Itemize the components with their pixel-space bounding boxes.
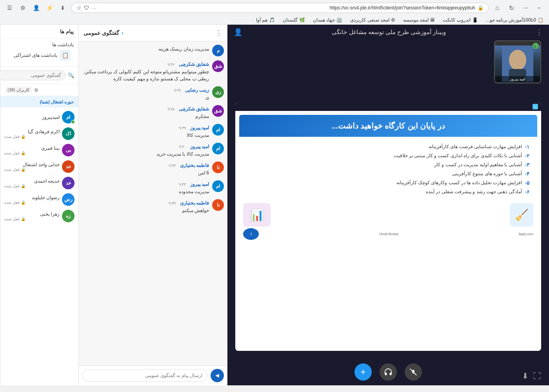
slide-text-4: افزایش مهارت تحلیل داده ها در کسب وکارها… [396, 180, 522, 185]
chat-header-menu-icon[interactable]: ⋮ [215, 29, 222, 37]
fullscreen-button[interactable]: ⛶ [533, 371, 541, 381]
shared-notes-button[interactable]: 📋 یادداشت های اشتراکی [5, 47, 74, 63]
gear-icon[interactable]: ⚙ [34, 87, 38, 93]
slide-header-text: در پایان این کارگاه خواهید داشت... [247, 121, 529, 131]
extensions-button[interactable]: ⚡ [44, 2, 55, 13]
more-options-button[interactable]: ⋮ [536, 28, 543, 36]
slide-num-3: ۴- [525, 171, 529, 177]
account-button[interactable]: 👤 [31, 2, 42, 13]
chat-header: ⋮ › گفتگوی عمومی [79, 25, 227, 42]
participant-item-3: خد خدانی واحد اشتغال 🔒 قفل شده [0, 158, 78, 175]
msg-text-3: مجکرم [167, 113, 209, 120]
settings-button[interactable]: ⚙ [17, 2, 28, 13]
slide-logos: bppt.com Omid Brows J [239, 227, 537, 241]
slide-num-4: ۵- [525, 180, 529, 186]
star-icon[interactable]: ☆ [76, 5, 82, 11]
mute-icon [409, 368, 418, 376]
search-icon-button[interactable]: 🔍 [68, 70, 75, 81]
participants-list[interactable]: ام امیدپیروز اک اکرم فرهادی گیا 🔒 قفل شد… [0, 107, 78, 385]
slide-inner: در پایان این کارگاه خواهید داشت... ۱- اف… [235, 111, 541, 351]
forward-button[interactable]: → [520, 2, 531, 13]
slide-item-3: ۴- آشنایی با حوزه های متنوع کارآفرینی [247, 171, 529, 177]
bookmark-1[interactable]: 📱 اندروپ کانکت [441, 16, 479, 24]
chat-send-button[interactable]: ◄ [211, 369, 224, 382]
address-text: https://vc-srv4.jde.ir/html5client/join?… [99, 5, 475, 11]
download-button[interactable]: ⬇ [57, 2, 68, 13]
participant-status-5: 🔒 قفل شده [4, 200, 60, 205]
menu-button[interactable]: ☰ [4, 2, 15, 13]
slide-illustration-left: 🧹 [510, 203, 533, 227]
msg-row-7: ام امید پیروز ۹:۴۳ مدیریت محدوده [82, 180, 224, 195]
bookmark-2[interactable]: 🏛 امجد موسسه [402, 16, 436, 24]
add-button[interactable]: + [354, 363, 372, 381]
panel-header: پیام ها [0, 25, 78, 39]
participant-item-6: زه زهرا بختی 🔒 قفل شده [0, 208, 78, 224]
slide-container: − در پایان این کارگاه خواهید داشت... ۱- … [235, 102, 541, 351]
participant-item-4: خد خدیجه احمدی 🔒 قفل شده [0, 175, 78, 191]
shield-icon: 🛡 [84, 5, 89, 11]
address-bar[interactable]: 🔒 https://vc-srv4.jde.ir/html5client/joi… [71, 3, 489, 13]
chat-back-icon[interactable]: › [122, 30, 124, 36]
msg-avatar-1: شق [212, 60, 224, 72]
mute-button[interactable] [405, 363, 422, 381]
msg-text-8: خواهش میکنم [169, 207, 209, 214]
msg-text-1: چطور میتوانیم مشتریانو متوجه این کلیم کا… [82, 68, 209, 82]
chat-input[interactable] [82, 369, 207, 382]
msg-body-6: فاطمه بختیاری ۹:۴۳ 6 امن [169, 162, 209, 176]
slide-illustration-right: 📊 [243, 203, 271, 227]
bookmark-4[interactable]: 🏢 جهاد همدان [311, 16, 344, 24]
slide-item-5: ۶- آمادگی ذهنی جهت رشد و پیشرفت شغلی در … [247, 189, 529, 195]
bookmark-icon-4: 🏢 [336, 17, 342, 23]
chat-message-2: زی زینب رضایی ۹:۳۷ ی [82, 86, 224, 101]
back-button[interactable]: ← [534, 2, 545, 13]
participant-avatar-0: ام [62, 111, 75, 123]
slide-text-0: افزایش مهارت شناسایی فرصت های کارآفرینان… [429, 144, 522, 149]
reload-button[interactable]: ↻ [506, 2, 517, 13]
bookmark-5[interactable]: 🌿 گلستان [281, 16, 307, 24]
home-button[interactable]: ⌂ [492, 2, 503, 13]
participant-status-3: 🔒 قفل شده [4, 167, 60, 172]
participants-count-badge: کاربران (38) [5, 87, 32, 93]
occupation-header: حوزه اشتغال (شما) [0, 96, 78, 107]
participant-status-6: 🔒 قفل شده [4, 217, 60, 221]
download-slide-button[interactable]: ⬇ [522, 371, 529, 381]
chat-message-5: ام امید پیروز ۹:۴۰ مدیریت کالا یا مدیریت… [82, 143, 224, 158]
participant-info-4: خدیجه احمدی 🔒 قفل شده [4, 178, 60, 188]
lock-icon-6: 🔒 [21, 217, 25, 221]
lock-icon-4: 🔒 [21, 184, 25, 188]
lock-icon-5: 🔒 [21, 200, 25, 205]
bookmark-icon-3: ⚙ [391, 17, 395, 23]
msg-text-7: مدیریت محدوده [179, 188, 209, 195]
app-container: ⋮ وبینار آموزشی طرح ملی توسعه مشاغل خانگ… [0, 25, 549, 385]
msg-avatar-4: ام [212, 124, 224, 136]
browser-chrome: ← → ↻ ⌂ 🔒 https://vc-srv4.jde.ir/html5cl… [0, 0, 549, 25]
participant-item-2: بی بیتا قمری 🔒 قفل شده [0, 142, 78, 158]
msg-body-7: امید پیروز ۹:۴۳ مدیریت محدوده [179, 180, 209, 195]
slide-num-0: ۱- [525, 144, 529, 150]
participant-status-2: 🔒 قفل شده [4, 151, 60, 155]
user-icon-button[interactable]: 👤 [234, 28, 242, 36]
slide-num-1: ۲- [525, 153, 529, 159]
bookmark-0[interactable]: 📋 0تا100آموزش برنامه جو... [484, 16, 545, 24]
slide-bottom-actions: ⛶ ⬇ [522, 371, 541, 381]
headphone-button[interactable] [380, 363, 397, 381]
slide-num-5: ۶- [525, 189, 529, 195]
chat-search-input[interactable] [0, 70, 65, 80]
slide-minimize-button[interactable]: − [533, 104, 538, 109]
msg-avatar-2: زی [212, 86, 224, 98]
chat-messages[interactable]: م مدیریت زمان ریسک هزینه شق شفایق شکرچی … [79, 42, 227, 365]
msg-header-7: امید پیروز ۹:۴۳ [179, 180, 209, 187]
msg-avatar-7: ام [212, 180, 224, 192]
participant-avatar-2: بی [62, 144, 75, 156]
msg-body-1: شفایق شکرچی ۹:۳۶ چطور میتوانیم مشتریانو … [82, 60, 209, 82]
bookmark-6[interactable]: 🎵 هم آوا [255, 16, 276, 24]
video-top-bar: ⋮ وبینار آموزشی طرح ملی توسعه مشاغل خانگ… [227, 25, 549, 40]
dots-icon: ··· [92, 5, 96, 11]
participant-avatar-6: زه [62, 210, 75, 222]
occupation-label: حوزه اشتغال (شما) [40, 100, 74, 104]
participant-info-0: امیدپیروز [4, 114, 60, 120]
participants-panel: پیام ها یادداشت ها 📋 یادداشت های اشتراکی… [0, 25, 78, 385]
slide-signature: Omid Brows [379, 232, 398, 236]
presenter-label: امید پیروز [495, 76, 540, 82]
bookmark-3[interactable]: ⚙ امجد صنعی کاربردی [349, 16, 397, 24]
